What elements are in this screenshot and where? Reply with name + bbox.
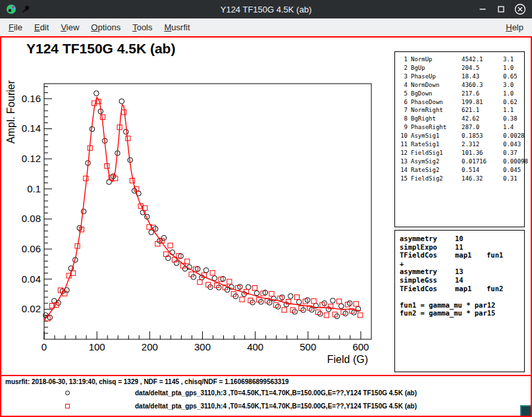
titlebar: Y124 TF150G 4.5K (ab) bbox=[0, 0, 532, 18]
svg-text:0: 0 bbox=[41, 341, 47, 352]
svg-text:0.02: 0.02 bbox=[22, 303, 41, 314]
app-icon bbox=[6, 4, 16, 14]
titlebar-left bbox=[6, 4, 92, 14]
theory-line: asymmetry10 bbox=[400, 235, 523, 243]
legend-item: data/deltat_pta_gps_3110,h:4 ,T0=4.50K,T… bbox=[1, 402, 531, 411]
menu-item-file[interactable]: File bbox=[3, 19, 28, 36]
param-row: 4NormDown4360.33.0 bbox=[398, 81, 523, 90]
series-circle-markers bbox=[43, 91, 361, 320]
theory-line: TFieldCosmap1fun2 bbox=[400, 285, 523, 293]
legend-label: data/deltat_pta_gps_3110,h:3 ,T0=4.50K,T… bbox=[135, 389, 417, 397]
param-row: 5BgDown217.61.0 bbox=[398, 90, 523, 98]
menubar: FileEditViewOptionsToolsMusrfit Help bbox=[0, 18, 532, 36]
series-square-markers bbox=[45, 99, 363, 321]
param-row: 1NormUp4542.13.1 bbox=[398, 55, 523, 64]
menu-item-options[interactable]: Options bbox=[85, 19, 126, 36]
param-row: 7NormRight621.11.1 bbox=[398, 106, 523, 115]
pin-icon[interactable] bbox=[21, 5, 30, 14]
svg-text:0.16: 0.16 bbox=[22, 93, 41, 104]
fit-parameter-box: 1NormUp4542.13.12BgUp204.51.03PhaseUp18.… bbox=[394, 51, 525, 227]
fit-stats-line: musrfit: 2018-06-30, 13:19:40, chisq = 1… bbox=[5, 378, 289, 385]
param-row: 15FieldSig2146.320.31 bbox=[398, 175, 523, 183]
theory-line bbox=[400, 292, 523, 301]
close-icon[interactable] bbox=[514, 3, 526, 15]
param-row: 10AsymSig10.18530.0028 bbox=[398, 132, 523, 140]
theory-line: fun1 = gamma_mu * par12 bbox=[400, 301, 523, 310]
svg-text:0.14: 0.14 bbox=[22, 123, 41, 134]
x-axis-label: Field (G) bbox=[327, 354, 368, 365]
theory-box: asymmetry10simplExpo11TFieldCosmap1fun1+… bbox=[394, 230, 525, 372]
svg-text:0.1: 0.1 bbox=[27, 183, 41, 194]
svg-text:200: 200 bbox=[142, 341, 158, 352]
svg-text:0.06: 0.06 bbox=[22, 243, 41, 254]
legend-marker-open-square bbox=[65, 404, 70, 408]
x-axis: 0100200300400500600 bbox=[41, 331, 369, 352]
theory-line: simplExpo11 bbox=[400, 243, 523, 252]
y-axis: 0.020.040.060.080.10.120.140.16 bbox=[22, 87, 52, 333]
theory-line: TFieldCosmap1fun1 bbox=[400, 251, 523, 260]
legend-item: data/deltat_pta_gps_3110,h:3 ,T0=4.50K,T… bbox=[1, 389, 531, 398]
plot-frame bbox=[44, 84, 371, 339]
menu-item-musrfit[interactable]: Musrfit bbox=[159, 19, 196, 36]
param-row: 11RateSig12.3120.043 bbox=[398, 140, 523, 149]
param-row: 6PhaseDown199.810.62 bbox=[398, 98, 523, 107]
fit-line bbox=[44, 97, 361, 320]
svg-text:600: 600 bbox=[352, 341, 369, 352]
app-window: Y124 TF150G 4.5K (ab) FileEditViewOption… bbox=[0, 0, 532, 417]
param-row: 12FieldSig1101.360.37 bbox=[398, 149, 523, 157]
menu-left-group: FileEditViewOptionsToolsMusrfit bbox=[3, 19, 196, 36]
maximize-icon[interactable] bbox=[496, 4, 506, 14]
legend-marker-open-circle bbox=[65, 391, 70, 395]
param-row: 9PhaseRight287.01.4 bbox=[398, 123, 523, 132]
theory-line: + bbox=[400, 260, 523, 268]
svg-text:0.08: 0.08 bbox=[22, 213, 41, 224]
theory-line: fun2 = gamma_mu * par15 bbox=[400, 309, 523, 318]
param-row: 8BgRight42.620.38 bbox=[398, 115, 523, 123]
resize-grip[interactable] bbox=[520, 405, 531, 416]
menu-item-view[interactable]: View bbox=[55, 19, 85, 36]
svg-text:0.12: 0.12 bbox=[22, 153, 41, 164]
root-canvas[interactable]: Y124 TF150G 4.5K (ab) 010020030040050060… bbox=[0, 36, 532, 417]
y-axis-label: Ampl. Fourier bbox=[5, 80, 16, 144]
theory-line: simpleGss14 bbox=[400, 276, 523, 285]
svg-text:500: 500 bbox=[300, 341, 316, 352]
plot-area[interactable]: 01002003004005006000.020.040.060.080.10.… bbox=[1, 38, 394, 375]
minimize-icon[interactable] bbox=[477, 4, 488, 14]
menu-right-group: Help bbox=[500, 19, 529, 36]
param-row: 2BgUp204.51.0 bbox=[398, 64, 523, 72]
svg-text:100: 100 bbox=[89, 341, 105, 352]
param-row: 13AsymSig20.017160.00098 bbox=[398, 157, 523, 166]
theory-line: asymmetry13 bbox=[400, 267, 523, 276]
svg-text:400: 400 bbox=[247, 341, 263, 352]
titlebar-right bbox=[440, 3, 526, 15]
svg-text:300: 300 bbox=[194, 341, 211, 352]
menu-item-help[interactable]: Help bbox=[500, 19, 529, 36]
legend-label: data/deltat_pta_gps_3110,h:4 ,T0=4.50K,T… bbox=[135, 403, 417, 410]
svg-text:0.04: 0.04 bbox=[22, 273, 41, 285]
param-row: 14RateSig20.5140.045 bbox=[398, 166, 523, 175]
param-row: 3PhaseUp18.430.65 bbox=[398, 72, 523, 81]
menu-item-edit[interactable]: Edit bbox=[28, 19, 55, 36]
footer-separator bbox=[1, 375, 531, 376]
window-title: Y124 TF150G 4.5K (ab) bbox=[92, 5, 440, 14]
menu-item-tools[interactable]: Tools bbox=[126, 19, 158, 36]
